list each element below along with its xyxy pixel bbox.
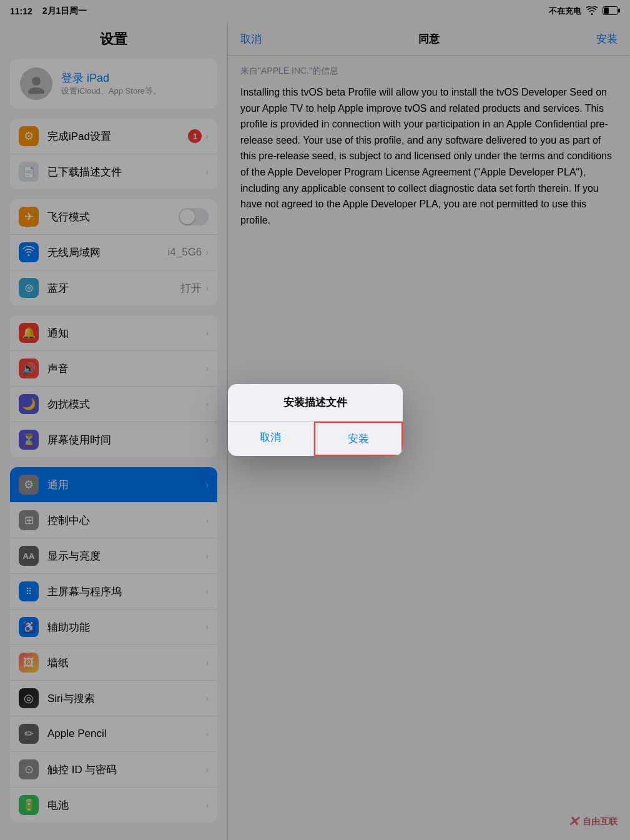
modal-dialog: 安装描述文件 取消 安装 (228, 384, 403, 456)
modal-overlay[interactable]: 安装描述文件 取消 安装 (0, 0, 630, 840)
modal-title: 安装描述文件 (228, 384, 403, 413)
modal-cancel-button[interactable]: 取消 (228, 422, 314, 456)
modal-install-button[interactable]: 安装 (314, 422, 403, 456)
modal-buttons: 取消 安装 (228, 422, 403, 456)
